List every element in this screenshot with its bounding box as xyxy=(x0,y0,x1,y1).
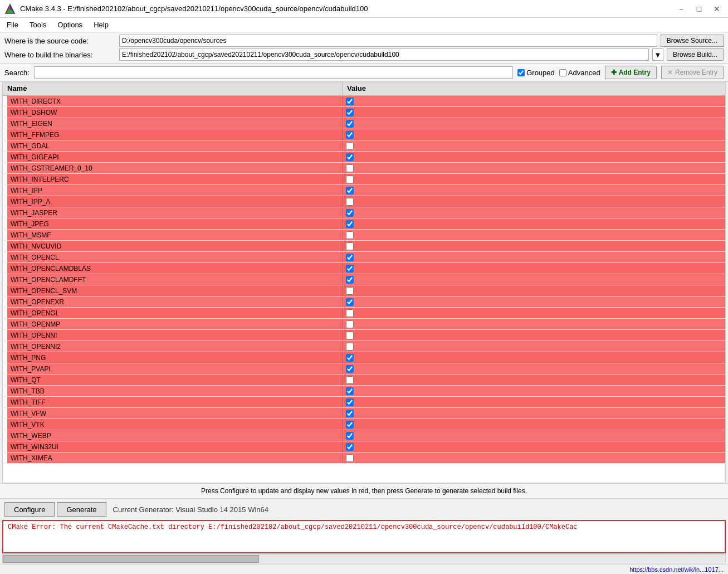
row-checkbox[interactable] xyxy=(346,443,354,451)
row-checkbox[interactable] xyxy=(346,343,354,351)
row-checkbox[interactable] xyxy=(346,209,354,217)
table-row: WITH_IPP xyxy=(3,185,725,196)
row-name-cell: WITH_EIGEN xyxy=(7,118,343,129)
row-value-cell xyxy=(343,207,725,218)
browse-source-button[interactable]: Browse Source... xyxy=(661,35,724,47)
row-checkbox[interactable] xyxy=(346,298,354,306)
row-name-cell: WITH_INTELPERC xyxy=(7,174,343,184)
row-checkbox[interactable] xyxy=(346,254,354,261)
row-checkbox[interactable] xyxy=(346,287,354,295)
table-row: WITH_OPENNI2 xyxy=(3,341,725,352)
row-checkbox[interactable] xyxy=(346,432,354,440)
row-checkbox[interactable] xyxy=(346,454,354,462)
row-name-cell: WITH_OPENNI2 xyxy=(7,341,343,352)
table-row: WITH_QT xyxy=(3,374,725,386)
row-name-cell: WITH_OPENCL xyxy=(7,252,343,262)
row-name-cell: WITH_MSMF xyxy=(7,230,343,240)
row-checkbox[interactable] xyxy=(346,164,354,172)
table-row: WITH_OPENMP xyxy=(3,319,725,330)
row-checkbox[interactable] xyxy=(346,153,354,161)
row-value-cell xyxy=(343,285,725,296)
row-name-cell: WITH_GSTREAMER_0_10 xyxy=(7,163,343,173)
row-checkbox[interactable] xyxy=(346,421,354,429)
bottom-scrollbar[interactable] xyxy=(2,554,726,563)
close-button[interactable]: ✕ xyxy=(710,3,724,14)
row-checkbox[interactable] xyxy=(346,387,354,395)
row-name-cell: WITH_IPP xyxy=(7,185,343,196)
row-checkbox[interactable] xyxy=(346,265,354,273)
row-checkbox[interactable] xyxy=(346,365,354,373)
configure-button[interactable]: Configure xyxy=(4,502,55,517)
row-checkbox[interactable] xyxy=(346,332,354,339)
table-row: WITH_OPENCLAMDBLAS xyxy=(3,263,725,274)
row-name-cell: WITH_VFW xyxy=(7,408,343,419)
build-dropdown[interactable]: ▼ xyxy=(652,48,663,61)
table-row: WITH_TBB xyxy=(3,386,725,397)
row-name-cell: WITH_WIN32UI xyxy=(7,441,343,452)
advanced-checkbox[interactable] xyxy=(559,69,566,76)
row-checkbox[interactable] xyxy=(346,187,354,194)
table-row: WITH_FFMPEG xyxy=(3,129,725,140)
x-icon: ✕ xyxy=(667,69,673,76)
generator-label: Current Generator: Visual Studio 14 2015… xyxy=(113,505,268,514)
row-checkbox[interactable] xyxy=(346,198,354,206)
row-checkbox[interactable] xyxy=(346,220,354,228)
row-checkbox[interactable] xyxy=(346,98,354,105)
table-row: WITH_OPENNI xyxy=(3,330,725,341)
error-text: CMake Error: The current CMakeCache.txt … xyxy=(8,523,578,531)
menu-item-tools[interactable]: Tools xyxy=(25,19,51,31)
grouped-checkbox[interactable] xyxy=(517,69,525,76)
row-checkbox[interactable] xyxy=(346,109,354,116)
add-entry-button[interactable]: ✚ Add Entry xyxy=(605,66,657,79)
row-checkbox[interactable] xyxy=(346,242,354,250)
advanced-checkbox-label[interactable]: Advanced xyxy=(559,69,600,77)
table-row: WITH_IPP_A xyxy=(3,196,725,207)
row-value-cell xyxy=(343,140,725,151)
row-name-cell: WITH_OPENEXR xyxy=(7,296,343,307)
row-checkbox[interactable] xyxy=(346,309,354,317)
generate-button[interactable]: Generate xyxy=(57,502,106,517)
row-checkbox[interactable] xyxy=(346,176,354,183)
table-row: WITH_VTK xyxy=(3,419,725,430)
table-row: WITH_OPENGL xyxy=(3,308,725,319)
row-value-cell xyxy=(343,218,725,229)
row-name-cell: WITH_OPENCLAMDBLAS xyxy=(7,263,343,274)
build-label: Where to build the binaries: xyxy=(4,51,116,59)
row-checkbox[interactable] xyxy=(346,231,354,239)
row-name-cell: WITH_PNG xyxy=(7,352,343,363)
status-text: Press Configure to update and display ne… xyxy=(201,487,527,495)
menu-item-options[interactable]: Options xyxy=(53,19,87,31)
search-input[interactable] xyxy=(34,66,513,79)
maximize-button[interactable]: □ xyxy=(692,3,706,14)
browse-build-button[interactable]: Browse Build... xyxy=(667,48,724,61)
row-checkbox[interactable] xyxy=(346,320,354,328)
row-value-cell xyxy=(343,386,725,396)
scrollbar-thumb[interactable] xyxy=(3,555,259,563)
table-container: Name Value WITH_DIRECTXWITH_DSHOWWITH_EI… xyxy=(2,82,726,483)
row-checkbox[interactable] xyxy=(346,142,354,150)
row-name-cell: WITH_GDAL xyxy=(7,140,343,151)
menu-item-help[interactable]: Help xyxy=(89,19,113,31)
row-checkbox[interactable] xyxy=(346,131,354,139)
row-checkbox[interactable] xyxy=(346,354,354,362)
row-checkbox[interactable] xyxy=(346,398,354,406)
row-name-cell: WITH_QT xyxy=(7,374,343,385)
minimize-button[interactable]: − xyxy=(675,3,688,14)
menu-item-file[interactable]: File xyxy=(2,19,23,31)
grouped-checkbox-label[interactable]: Grouped xyxy=(517,69,555,77)
search-row: Search: Grouped Advanced ✚ Add Entry ✕ R… xyxy=(0,64,728,82)
row-checkbox[interactable] xyxy=(346,276,354,284)
build-input[interactable] xyxy=(119,48,649,61)
row-checkbox[interactable] xyxy=(346,376,354,384)
row-value-cell xyxy=(343,319,725,329)
remove-entry-button[interactable]: ✕ Remove Entry xyxy=(661,66,724,79)
row-name-cell: WITH_NVCUVID xyxy=(7,241,343,251)
table-row: WITH_OPENCL_SVM xyxy=(3,285,725,296)
source-input[interactable] xyxy=(119,35,657,47)
row-checkbox[interactable] xyxy=(346,120,354,128)
row-checkbox[interactable] xyxy=(346,410,354,417)
table-row: WITH_TIFF xyxy=(3,397,725,408)
row-value-cell xyxy=(343,241,725,251)
table-row: WITH_DSHOW xyxy=(3,107,725,118)
row-value-cell xyxy=(343,174,725,184)
